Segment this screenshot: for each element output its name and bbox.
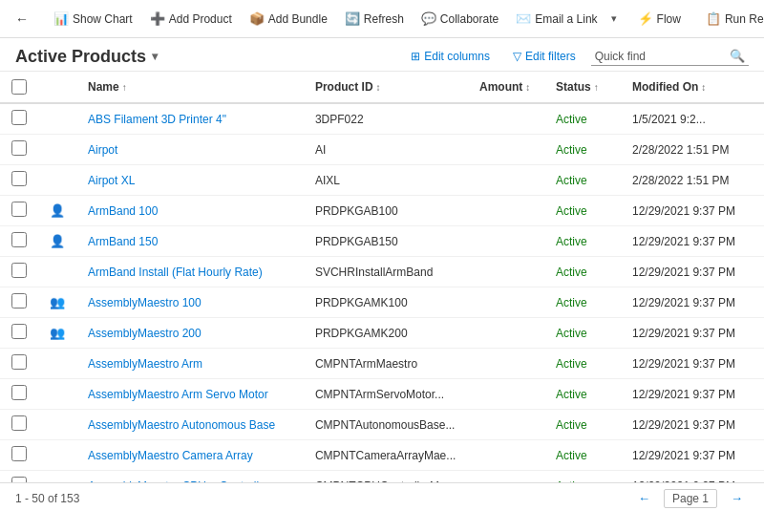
add-bundle-icon: 📦 — [249, 11, 265, 26]
select-all-checkbox[interactable] — [11, 79, 27, 95]
product-name-link[interactable]: AssemblyMaestro CPU + Controller — [88, 479, 269, 483]
header-modifiedon-col[interactable]: Modified On ↕ — [621, 72, 764, 103]
row-name-cell: AssemblyMaestro CPU + Controller — [76, 471, 304, 483]
row-name-cell: ABS Filament 3D Printer 4" — [76, 103, 304, 135]
chart-icon: 📊 — [53, 11, 69, 26]
row-checkbox[interactable] — [11, 324, 27, 339]
flow-button[interactable]: ⚡ Flow — [630, 7, 689, 31]
row-productid-cell: CMPNTArmServoMotor... — [304, 379, 468, 410]
collaborate-button[interactable]: 💬 Collaborate — [414, 7, 506, 31]
edit-columns-button[interactable]: ⊞ Edit columns — [403, 46, 498, 67]
row-checkbox[interactable] — [11, 202, 27, 217]
row-name-cell: AssemblyMaestro Autonomous Base — [76, 410, 304, 440]
product-name-link[interactable]: AssemblyMaestro Arm — [88, 357, 202, 371]
quick-find-input[interactable] — [649, 50, 726, 63]
row-status-cell: Active — [544, 135, 621, 165]
row-productid-cell: PRDPKGAB150 — [304, 226, 468, 257]
header-name-col[interactable]: Name ↑ — [76, 72, 304, 103]
product-name-link[interactable]: Airpot — [88, 143, 117, 157]
refresh-button[interactable]: 🔄 Refresh — [337, 7, 412, 31]
row-productid-cell: SVCHRInstallArmBand — [304, 257, 468, 287]
product-name-link[interactable]: AssemblyMaestro Arm Servo Motor — [88, 388, 268, 401]
view-header-actions: ⊞ Edit columns ▽ Edit filters Quick find… — [403, 46, 749, 67]
row-checkbox[interactable] — [11, 385, 27, 400]
row-icon-cell — [38, 379, 76, 410]
show-chart-button[interactable]: 📊 Show Chart — [46, 7, 140, 31]
row-checkbox[interactable] — [11, 293, 27, 309]
row-checkbox[interactable] — [11, 263, 27, 278]
row-status-cell: Active — [544, 257, 621, 287]
product-name-link[interactable]: ArmBand Install (Flat Hourly Rate) — [88, 266, 263, 279]
row-checkbox-cell — [0, 410, 38, 440]
footer-nav: ← Page 1 → — [632, 489, 749, 508]
row-productid-cell: CMPNTCameraArrayMae... — [304, 440, 468, 471]
row-name-cell: AssemblyMaestro 200 — [76, 318, 304, 349]
product-name-link[interactable]: AssemblyMaestro Autonomous Base — [88, 418, 275, 432]
row-modifiedon-cell: 12/29/2021 9:37 PM — [621, 379, 764, 410]
refresh-icon: 🔄 — [345, 11, 360, 26]
table-row: AssemblyMaestro Autonomous Base CMPNTAut… — [0, 410, 764, 440]
table-row: AssemblyMaestro Camera Array CMPNTCamera… — [0, 440, 764, 471]
row-name-cell: Airpot — [76, 135, 304, 165]
product-name-link[interactable]: ArmBand 100 — [88, 204, 158, 218]
row-name-cell: ArmBand 100 — [76, 196, 304, 226]
row-modifiedon-cell: 12/29/2021 9:37 PM — [621, 349, 764, 379]
header-productid-col[interactable]: Product ID ↕ — [304, 72, 468, 103]
row-status-cell: Active — [544, 379, 621, 410]
row-checkbox[interactable] — [11, 110, 27, 125]
product-name-link[interactable]: AssemblyMaestro 200 — [88, 327, 202, 340]
product-name-link[interactable]: ABS Filament 3D Printer 4" — [88, 113, 226, 126]
email-link-button[interactable]: ✉️ Email a Link — [508, 7, 605, 31]
row-amount-cell — [468, 349, 544, 379]
row-modifiedon-cell: 2/28/2022 1:51 PM — [621, 135, 764, 165]
row-checkbox[interactable] — [11, 446, 27, 461]
next-page-button[interactable]: → — [725, 489, 749, 507]
row-amount-cell — [468, 103, 544, 135]
email-dropdown-button[interactable]: ▾ — [607, 8, 621, 30]
status-sort-icon: ↑ — [594, 82, 599, 93]
prev-page-button[interactable]: ← — [632, 489, 656, 507]
row-productid-cell: AIXL — [304, 165, 468, 196]
row-icon-cell — [38, 257, 76, 287]
row-checkbox-cell — [0, 103, 38, 135]
back-button[interactable]: ← — [8, 7, 36, 32]
table-row: Airpot AI Active 2/28/2022 1:51 PM — [0, 135, 764, 165]
product-name-link[interactable]: AssemblyMaestro Camera Array — [88, 449, 253, 462]
row-checkbox-cell — [0, 471, 38, 483]
view-title-dropdown[interactable]: ▾ — [152, 50, 158, 63]
email-icon: ✉️ — [516, 11, 531, 26]
table-row: 👤 ArmBand 100 PRDPKGAB100 Active 12/29/2… — [0, 196, 764, 226]
row-icon-cell — [38, 440, 76, 471]
row-checkbox[interactable] — [11, 140, 27, 156]
row-checkbox[interactable] — [11, 171, 27, 186]
row-checkbox[interactable] — [11, 477, 27, 482]
row-productid-cell: CMPNTArmMaestro — [304, 349, 468, 379]
add-product-icon: ➕ — [150, 11, 165, 26]
row-checkbox-cell — [0, 349, 38, 379]
row-status-cell: Active — [544, 287, 621, 318]
row-checkbox[interactable] — [11, 232, 27, 247]
add-product-button[interactable]: ➕ Add Product — [142, 7, 240, 31]
footer-range-text: 1 - 50 of 153 — [15, 492, 79, 505]
run-report-button[interactable]: 📋 Run Report — [698, 7, 764, 31]
toolbar: ← 📊 Show Chart ➕ Add Product 📦 Add Bundl… — [0, 0, 764, 38]
row-checkbox[interactable] — [11, 354, 27, 370]
view-header: Active Products ▾ ⊞ Edit columns ▽ Edit … — [0, 38, 764, 72]
product-name-link[interactable]: Airpot XL — [88, 174, 135, 187]
row-modifiedon-cell: 12/29/2021 9:37 PM — [621, 410, 764, 440]
add-bundle-button[interactable]: 📦 Add Bundle — [242, 7, 335, 31]
edit-filters-button[interactable]: ▽ Edit filters — [505, 46, 584, 67]
row-amount-cell — [468, 410, 544, 440]
view-title-text: Active Products — [15, 47, 146, 67]
search-icon[interactable]: 🔍 — [730, 49, 745, 63]
row-status-cell: Active — [544, 318, 621, 349]
row-modifiedon-cell: 2/28/2022 1:51 PM — [621, 165, 764, 196]
product-name-link[interactable]: AssemblyMaestro 100 — [88, 296, 202, 309]
row-checkbox[interactable] — [11, 415, 27, 431]
product-name-link[interactable]: ArmBand 150 — [88, 235, 158, 248]
row-amount-cell — [468, 135, 544, 165]
header-status-col[interactable]: Status ↑ — [544, 72, 621, 103]
header-amount-col[interactable]: Amount ↕ — [468, 72, 544, 103]
row-name-cell: Airpot XL — [76, 165, 304, 196]
header-checkbox-col — [0, 72, 38, 103]
